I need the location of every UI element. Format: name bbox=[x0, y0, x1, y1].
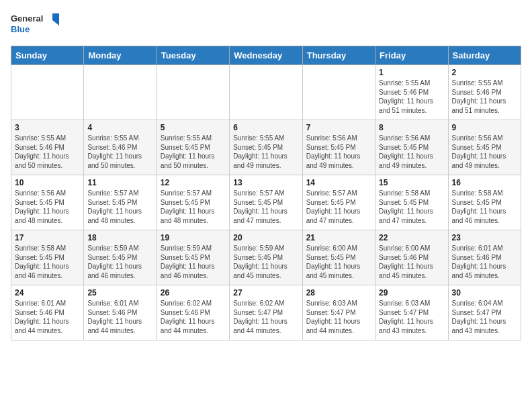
week-row-3: 10Sunrise: 5:56 AMSunset: 5:45 PMDayligh… bbox=[11, 175, 521, 230]
day-number: 28 bbox=[306, 288, 371, 298]
day-number: 19 bbox=[161, 233, 226, 242]
day-number: 6 bbox=[233, 123, 298, 132]
day-info: Sunrise: 5:55 AMSunset: 5:46 PMDaylight:… bbox=[379, 79, 444, 115]
day-number: 1 bbox=[379, 68, 444, 77]
day-number: 14 bbox=[306, 178, 371, 187]
svg-text:General: General bbox=[11, 13, 43, 24]
day-info: Sunrise: 5:56 AMSunset: 5:45 PMDaylight:… bbox=[379, 134, 444, 170]
weekday-header-thursday: Thursday bbox=[302, 46, 375, 65]
day-number: 8 bbox=[379, 123, 444, 132]
weekday-header-tuesday: Tuesday bbox=[157, 46, 229, 65]
day-info: Sunrise: 6:02 AMSunset: 5:46 PMDaylight:… bbox=[161, 299, 226, 335]
day-info: Sunrise: 6:02 AMSunset: 5:47 PMDaylight:… bbox=[233, 299, 298, 335]
calendar-cell: 25Sunrise: 6:01 AMSunset: 5:46 PMDayligh… bbox=[84, 285, 157, 340]
calendar-cell: 22Sunrise: 6:00 AMSunset: 5:46 PMDayligh… bbox=[375, 230, 448, 285]
day-number: 10 bbox=[15, 178, 80, 187]
page-header: General Blue bbox=[11, 11, 521, 38]
day-number: 25 bbox=[87, 288, 152, 298]
calendar-cell: 8Sunrise: 5:56 AMSunset: 5:45 PMDaylight… bbox=[375, 120, 448, 175]
calendar-cell bbox=[230, 65, 302, 120]
day-number: 30 bbox=[452, 288, 517, 298]
calendar-cell bbox=[302, 65, 375, 120]
calendar-cell: 20Sunrise: 5:59 AMSunset: 5:45 PMDayligh… bbox=[230, 230, 302, 285]
calendar-cell: 5Sunrise: 5:55 AMSunset: 5:45 PMDaylight… bbox=[157, 120, 229, 175]
calendar-cell: 2Sunrise: 5:55 AMSunset: 5:46 PMDaylight… bbox=[448, 65, 521, 120]
calendar-cell: 9Sunrise: 5:56 AMSunset: 5:45 PMDaylight… bbox=[448, 120, 521, 175]
logo-text: General Blue bbox=[11, 11, 64, 38]
day-number: 23 bbox=[452, 233, 517, 242]
day-number: 9 bbox=[452, 123, 517, 132]
weekday-header-saturday: Saturday bbox=[448, 46, 521, 65]
day-info: Sunrise: 5:56 AMSunset: 5:45 PMDaylight:… bbox=[15, 189, 80, 225]
day-number: 29 bbox=[379, 288, 444, 298]
day-number: 22 bbox=[379, 233, 444, 242]
calendar-cell: 27Sunrise: 6:02 AMSunset: 5:47 PMDayligh… bbox=[230, 285, 302, 340]
day-info: Sunrise: 5:55 AMSunset: 5:45 PMDaylight:… bbox=[233, 134, 298, 170]
calendar-cell: 28Sunrise: 6:03 AMSunset: 5:47 PMDayligh… bbox=[302, 285, 375, 340]
day-number: 20 bbox=[233, 233, 298, 242]
week-row-1: 1Sunrise: 5:55 AMSunset: 5:46 PMDaylight… bbox=[11, 65, 521, 120]
day-info: Sunrise: 6:00 AMSunset: 5:46 PMDaylight:… bbox=[379, 244, 444, 280]
calendar-table: SundayMondayTuesdayWednesdayThursdayFrid… bbox=[11, 46, 521, 340]
day-info: Sunrise: 6:01 AMSunset: 5:46 PMDaylight:… bbox=[452, 244, 517, 280]
day-number: 5 bbox=[161, 123, 226, 132]
day-info: Sunrise: 5:55 AMSunset: 5:46 PMDaylight:… bbox=[87, 134, 152, 170]
day-number: 13 bbox=[233, 178, 298, 187]
day-info: Sunrise: 5:59 AMSunset: 5:45 PMDaylight:… bbox=[161, 244, 226, 280]
week-row-2: 3Sunrise: 5:55 AMSunset: 5:46 PMDaylight… bbox=[11, 120, 521, 175]
day-number: 12 bbox=[161, 178, 226, 187]
day-number: 24 bbox=[15, 288, 80, 298]
day-info: Sunrise: 6:01 AMSunset: 5:46 PMDaylight:… bbox=[87, 299, 152, 335]
day-info: Sunrise: 5:55 AMSunset: 5:46 PMDaylight:… bbox=[452, 79, 517, 115]
calendar-cell: 19Sunrise: 5:59 AMSunset: 5:45 PMDayligh… bbox=[157, 230, 229, 285]
calendar-cell: 18Sunrise: 5:59 AMSunset: 5:45 PMDayligh… bbox=[84, 230, 157, 285]
day-info: Sunrise: 5:59 AMSunset: 5:45 PMDaylight:… bbox=[233, 244, 298, 280]
weekday-header-friday: Friday bbox=[375, 46, 448, 65]
week-row-5: 24Sunrise: 6:01 AMSunset: 5:46 PMDayligh… bbox=[11, 285, 521, 340]
day-info: Sunrise: 5:59 AMSunset: 5:45 PMDaylight:… bbox=[87, 244, 152, 280]
calendar-cell: 11Sunrise: 5:57 AMSunset: 5:45 PMDayligh… bbox=[84, 175, 157, 230]
day-info: Sunrise: 6:03 AMSunset: 5:47 PMDaylight:… bbox=[306, 299, 371, 335]
weekday-header-wednesday: Wednesday bbox=[230, 46, 302, 65]
day-info: Sunrise: 5:56 AMSunset: 5:45 PMDaylight:… bbox=[452, 134, 517, 170]
day-number: 11 bbox=[87, 178, 152, 187]
week-row-4: 17Sunrise: 5:58 AMSunset: 5:45 PMDayligh… bbox=[11, 230, 521, 285]
weekday-header-monday: Monday bbox=[84, 46, 157, 65]
day-info: Sunrise: 5:55 AMSunset: 5:46 PMDaylight:… bbox=[15, 134, 80, 170]
svg-text:Blue: Blue bbox=[11, 24, 30, 34]
day-number: 18 bbox=[87, 233, 152, 242]
day-number: 26 bbox=[161, 288, 226, 298]
calendar-cell: 15Sunrise: 5:58 AMSunset: 5:45 PMDayligh… bbox=[375, 175, 448, 230]
day-info: Sunrise: 5:55 AMSunset: 5:45 PMDaylight:… bbox=[161, 134, 226, 170]
day-number: 17 bbox=[15, 233, 80, 242]
calendar-cell: 30Sunrise: 6:04 AMSunset: 5:47 PMDayligh… bbox=[448, 285, 521, 340]
calendar-cell: 23Sunrise: 6:01 AMSunset: 5:46 PMDayligh… bbox=[448, 230, 521, 285]
day-number: 2 bbox=[452, 68, 517, 77]
day-info: Sunrise: 6:01 AMSunset: 5:46 PMDaylight:… bbox=[15, 299, 80, 335]
day-info: Sunrise: 5:57 AMSunset: 5:45 PMDaylight:… bbox=[161, 189, 226, 225]
calendar-cell: 26Sunrise: 6:02 AMSunset: 5:46 PMDayligh… bbox=[157, 285, 229, 340]
calendar-cell: 1Sunrise: 5:55 AMSunset: 5:46 PMDaylight… bbox=[375, 65, 448, 120]
day-number: 16 bbox=[452, 178, 517, 187]
day-info: Sunrise: 5:58 AMSunset: 5:45 PMDaylight:… bbox=[379, 189, 444, 225]
calendar-cell: 16Sunrise: 5:58 AMSunset: 5:45 PMDayligh… bbox=[448, 175, 521, 230]
day-info: Sunrise: 5:58 AMSunset: 5:45 PMDaylight:… bbox=[15, 244, 80, 280]
weekday-header-row: SundayMondayTuesdayWednesdayThursdayFrid… bbox=[11, 46, 521, 65]
day-info: Sunrise: 6:00 AMSunset: 5:45 PMDaylight:… bbox=[306, 244, 371, 280]
calendar-cell: 4Sunrise: 5:55 AMSunset: 5:46 PMDaylight… bbox=[84, 120, 157, 175]
day-info: Sunrise: 5:56 AMSunset: 5:45 PMDaylight:… bbox=[306, 134, 371, 170]
calendar-cell: 6Sunrise: 5:55 AMSunset: 5:45 PMDaylight… bbox=[230, 120, 302, 175]
day-info: Sunrise: 5:57 AMSunset: 5:45 PMDaylight:… bbox=[87, 189, 152, 225]
day-info: Sunrise: 5:57 AMSunset: 5:45 PMDaylight:… bbox=[306, 189, 371, 225]
logo-svg: General Blue bbox=[11, 11, 64, 38]
calendar-cell: 14Sunrise: 5:57 AMSunset: 5:45 PMDayligh… bbox=[302, 175, 375, 230]
day-info: Sunrise: 6:04 AMSunset: 5:47 PMDaylight:… bbox=[452, 299, 517, 335]
day-info: Sunrise: 5:57 AMSunset: 5:45 PMDaylight:… bbox=[233, 189, 298, 225]
day-number: 21 bbox=[306, 233, 371, 242]
weekday-header-sunday: Sunday bbox=[11, 46, 84, 65]
day-info: Sunrise: 6:03 AMSunset: 5:47 PMDaylight:… bbox=[379, 299, 444, 335]
logo: General Blue bbox=[11, 11, 64, 38]
day-number: 27 bbox=[233, 288, 298, 298]
calendar-cell: 24Sunrise: 6:01 AMSunset: 5:46 PMDayligh… bbox=[11, 285, 84, 340]
calendar-cell: 3Sunrise: 5:55 AMSunset: 5:46 PMDaylight… bbox=[11, 120, 84, 175]
